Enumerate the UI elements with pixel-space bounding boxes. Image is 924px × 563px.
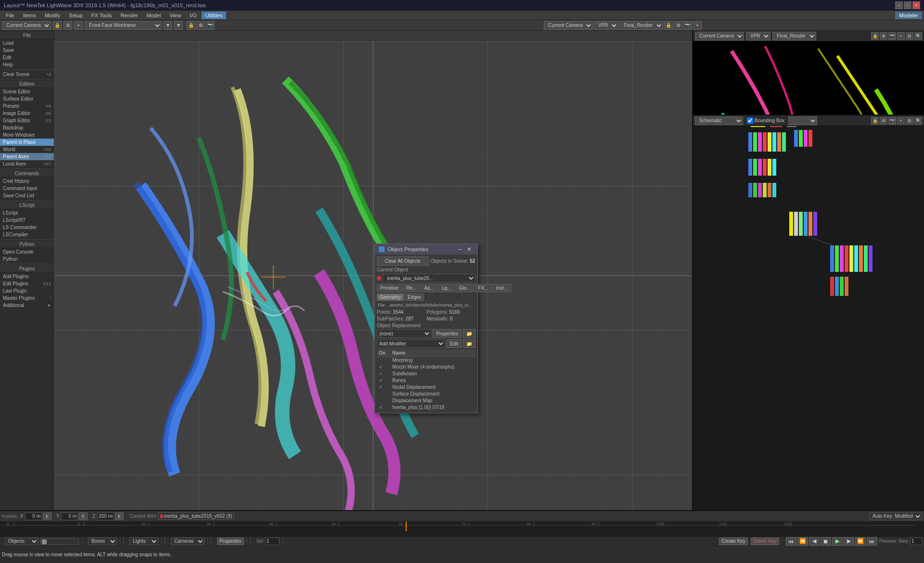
modifier-row-0[interactable]: Morphing [377,357,475,364]
go-end-btn[interactable]: ⏭ [867,537,877,546]
vp-gear-icon[interactable]: ⚙ [196,21,205,30]
properties-btn[interactable]: Properties [433,329,462,338]
z-value-input[interactable] [97,512,114,520]
render-add-btn[interactable]: + [897,32,905,40]
sidebar-ls-commander[interactable]: LS Commander [0,224,54,231]
sidebar-surface-editor[interactable]: Surface Editor [0,95,54,102]
sidebar-cmd-history[interactable]: Cmd History [0,178,54,185]
schematic-lock-btn[interactable]: 🔒 [871,117,879,125]
schematic-gear-btn[interactable]: ⚙ [880,117,887,125]
sidebar-graph-editor[interactable]: Graph EditorF2 [0,117,54,124]
sidebar-edit-plugins[interactable]: Edit PluginsF11 [0,280,54,287]
vp-lock-icon[interactable]: 🔒 [187,21,195,30]
lights-dropdown[interactable]: Lights [129,537,158,545]
modifier-row-7[interactable]: ✓Inertia_plus (1.00) 07/18 [377,404,475,411]
modifier-row-1[interactable]: ✓Morph Mixer (4 endomorphs) [377,364,475,371]
modifier-on-0[interactable] [377,357,390,364]
sidebar-open-console[interactable]: Open Console [0,248,54,256]
play-btn[interactable]: ▶ [832,537,843,546]
modifier-on-4[interactable]: ✓ [377,384,390,391]
menu-modify[interactable]: Modify [41,12,64,19]
render-cam-btn[interactable]: 📷 [888,32,896,40]
modifier-icon-btn[interactable]: 📁 [463,339,475,348]
prev-key-btn[interactable]: ◀ [809,537,820,546]
schematic-viewport[interactable]: Schematic Bounding Box 🔒 ⚙ 📷 [693,115,924,510]
sidebar-add-plugins[interactable]: Add Plugins [0,273,54,280]
menu-io[interactable]: I/O [186,12,201,19]
sidebar-help[interactable]: Help [0,61,54,68]
close-btn[interactable]: ✕ [912,1,920,9]
modifier-on-7[interactable]: ✓ [377,404,390,411]
bounding-box-checkbox[interactable] [747,117,753,124]
sidebar-parent-in-place[interactable]: Parent in Place [0,139,54,146]
schematic-search-btn[interactable]: 🔍 [914,117,922,125]
menu-file[interactable]: File [2,12,18,19]
go-start-btn[interactable]: ⏮ [786,537,796,546]
minimize-btn[interactable]: – [895,1,903,9]
schematic-add-btn[interactable]: + [897,117,905,125]
vp-render-icon[interactable]: 📷 [206,21,215,30]
right-cam-dropdown[interactable]: Current Camera [544,21,593,30]
render-gear-btn[interactable]: ⚙ [880,32,887,40]
right-vp-render[interactable]: 📷 [683,21,692,30]
sidebar-local-axes[interactable]: Local Axes+F7 [0,160,54,167]
next-key-btn[interactable]: ▶ [844,537,854,546]
sidebar-load[interactable]: Load [0,39,54,47]
sidebar-edit[interactable]: Edit [0,54,54,61]
sidebar-last-plugin[interactable]: Last Plugin [0,287,54,294]
sidebar-command-input[interactable]: Command Input [0,185,54,192]
z-e-btn[interactable]: E [115,512,124,520]
modifier-row-5[interactable]: Surface Displacement [377,391,475,397]
current-object-select[interactable]: inertia_plus_tube20... [383,274,475,282]
modifier-on-6[interactable] [377,397,390,404]
modifier-on-1[interactable]: ✓ [377,364,390,371]
tab-ap[interactable]: Ap... [421,284,437,292]
sidebar-save[interactable]: Save [0,47,54,54]
view-dropdown-btn[interactable]: ▼ [164,21,172,30]
tab-glo[interactable]: Glo... [456,284,474,292]
render-mode-select[interactable]: Final_Render [772,32,816,40]
y-value-input[interactable] [61,512,78,520]
render-cam-select[interactable]: Current Camera [695,32,744,40]
tab-lg[interactable]: Lg... [438,284,454,292]
final-render-dropdown[interactable]: Final_Render [619,21,663,30]
sidebar-save-cmd-list[interactable]: Save Cmd List [0,192,54,199]
render-viewport[interactable]: Current Camera VPR Final_Render 🔒 ⚙ 📷 [693,31,924,115]
sidebar-python[interactable]: Python [0,256,54,263]
replacement-dropdown[interactable]: (none) [377,329,431,338]
camera-settings-btn[interactable]: ⚙ [64,21,72,30]
modeler-btn[interactable]: Modeler [895,12,922,19]
modifier-on-5[interactable] [377,391,390,397]
objects-slider[interactable] [40,538,79,545]
dialog-close-btn[interactable]: ✕ [465,246,474,253]
tab-primitive[interactable]: Primitive [377,284,402,292]
sidebar-scene-editor[interactable]: Scene Editor [0,88,54,95]
maximize-btn[interactable]: □ [904,1,911,9]
properties-btn-bottom[interactable]: Properties [217,537,244,545]
menu-items[interactable]: Items [19,12,40,19]
x-e-btn[interactable]: E [43,512,51,520]
camera-lock-btn[interactable]: 🔒 [53,21,62,30]
view-mode-dropdown[interactable]: Front Face Wireframe [85,21,162,30]
prev-frame-btn[interactable]: ⏪ [797,537,808,546]
modifier-row-6[interactable]: Displacement Map [377,397,475,404]
objects-dropdown[interactable]: Objects [5,537,38,545]
main-viewport-canvas[interactable]: Object Properties – ✕ Clear All Objects [54,41,692,510]
create-key-btn[interactable]: Create Key [719,537,748,545]
sidebar-clear-scene[interactable]: Clear Scene+4 [0,71,54,78]
sel-input[interactable] [265,537,280,545]
auto-key-select[interactable]: Auto Key: Modified [869,512,922,520]
next-frame-btn[interactable]: ⏩ [855,537,866,546]
right-vp-gear[interactable]: ⚙ [674,21,682,30]
tab-re[interactable]: Re... [403,284,420,292]
modifier-row-3[interactable]: ✓Bones [377,377,475,384]
subtab-edges[interactable]: Edges [405,294,424,301]
edit-modifier-btn[interactable]: Edit [447,339,462,348]
modifier-on-2[interactable]: ✓ [377,371,390,377]
view-extra-btn[interactable]: ▼ [174,21,183,30]
menu-utilities[interactable]: Utilities [202,12,226,19]
vpr-dropdown[interactable]: VPR [594,21,618,30]
sidebar-master-plugins[interactable]: Master Plugins° [0,294,54,302]
sidebar-additional[interactable]: Additional▼ [0,302,54,309]
menu-setup[interactable]: Setup [65,12,87,19]
